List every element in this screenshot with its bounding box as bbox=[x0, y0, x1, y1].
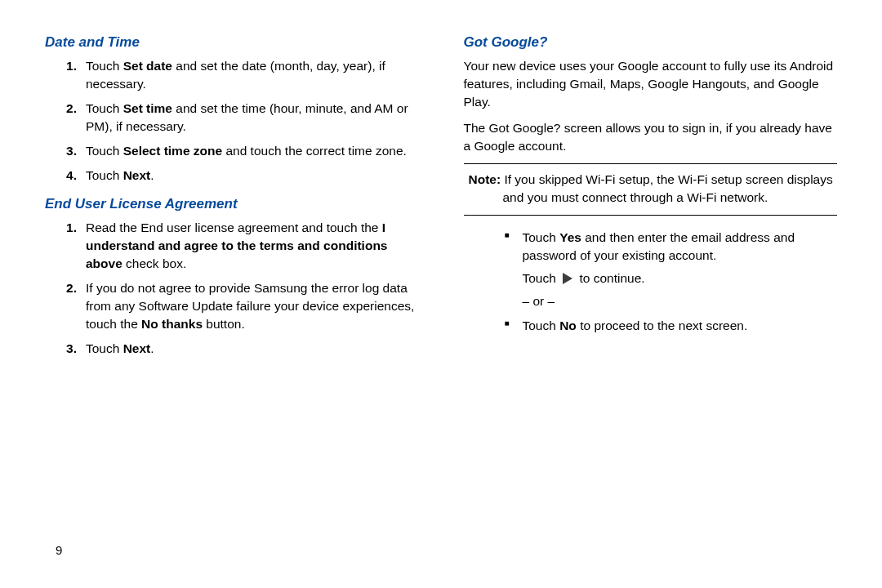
list-item: Touch Next. bbox=[86, 340, 419, 358]
step-bold: Set time bbox=[123, 101, 172, 115]
bullet-text: Touch bbox=[523, 318, 560, 332]
bullet-text: to proceed to the next screen. bbox=[577, 318, 747, 332]
paragraph: Your new device uses your Google account… bbox=[464, 57, 838, 111]
bullet-bold: Yes bbox=[559, 230, 581, 244]
note-block: Note: If you skipped Wi-Fi setup, the Wi… bbox=[464, 163, 838, 216]
step-text: . bbox=[150, 341, 154, 355]
bullet-list: Touch Yes and then enter the email addre… bbox=[464, 229, 838, 335]
note-body: Note: If you skipped Wi-Fi setup, the Wi… bbox=[464, 171, 838, 207]
page-number: 9 bbox=[56, 541, 62, 559]
touch-continue-line: Touch to continue. bbox=[523, 270, 838, 287]
step-text: . bbox=[150, 168, 154, 182]
list-item: Touch Set time and set the time (hour, m… bbox=[86, 100, 419, 136]
note-text: If you skipped Wi-Fi setup, the Wi-Fi se… bbox=[501, 172, 833, 204]
touch-text: to continue. bbox=[576, 271, 644, 285]
step-text: Touch bbox=[86, 341, 123, 355]
steps-date-time: Touch Set date and set the date (month, … bbox=[45, 57, 419, 185]
step-bold: Set date bbox=[123, 59, 172, 73]
step-text: Touch bbox=[86, 168, 123, 182]
step-text: If you do not agree to provide Samsung t… bbox=[86, 281, 414, 331]
step-text: and touch the correct time zone. bbox=[222, 144, 407, 158]
step-bold: No thanks bbox=[141, 317, 203, 331]
note-label: Note: bbox=[469, 172, 501, 186]
list-item: Touch Next. bbox=[86, 167, 419, 185]
step-text: Touch bbox=[86, 144, 123, 158]
arrow-right-icon bbox=[563, 273, 572, 284]
step-bold: Next bbox=[123, 168, 151, 182]
list-item: Touch Select time zone and touch the cor… bbox=[86, 142, 419, 160]
step-text: check box. bbox=[122, 256, 186, 270]
paragraph: The Got Google? screen allows you to sig… bbox=[464, 119, 838, 155]
list-item: Touch Yes and then enter the email addre… bbox=[505, 229, 838, 310]
left-column: Date and Time Touch Set date and set the… bbox=[45, 33, 419, 564]
heading-eula: End User License Agreement bbox=[45, 194, 419, 214]
right-column: Got Google? Your new device uses your Go… bbox=[464, 33, 838, 564]
steps-eula: Read the End user license agreement and … bbox=[45, 219, 419, 358]
step-text: Read the End user license agreement and … bbox=[86, 220, 382, 234]
list-item: Touch Set date and set the date (month, … bbox=[86, 57, 419, 93]
list-item: Touch No to proceed to the next screen. bbox=[505, 317, 838, 335]
bullet-bold: No bbox=[559, 318, 577, 332]
heading-date-time: Date and Time bbox=[45, 33, 419, 52]
list-item: Read the End user license agreement and … bbox=[86, 219, 419, 273]
bullet-text: Touch bbox=[523, 230, 560, 244]
step-text: Touch bbox=[86, 59, 123, 73]
step-text: Touch bbox=[86, 101, 123, 115]
step-bold: Next bbox=[123, 341, 151, 355]
step-bold: Select time zone bbox=[123, 144, 222, 158]
heading-got-google: Got Google? bbox=[464, 33, 838, 52]
or-divider: – or – bbox=[523, 292, 838, 310]
list-item: If you do not agree to provide Samsung t… bbox=[86, 279, 419, 333]
step-text: button. bbox=[203, 317, 245, 331]
touch-text: Touch bbox=[523, 271, 560, 285]
